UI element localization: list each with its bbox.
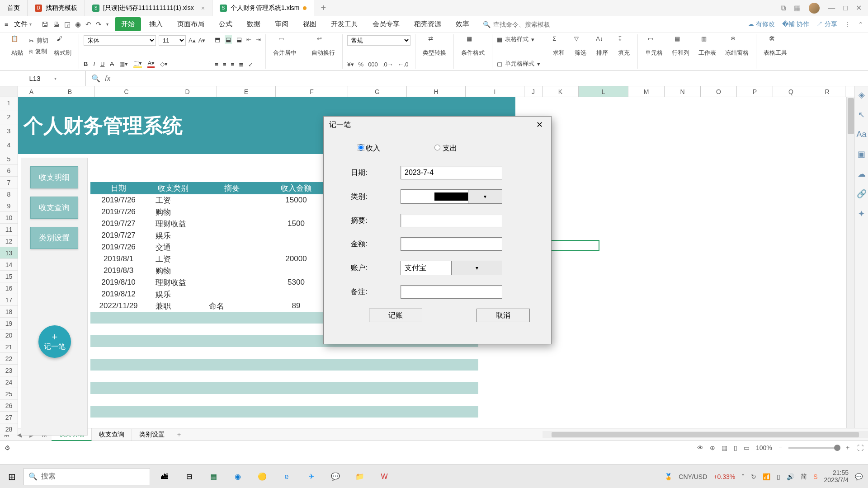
col-header-F[interactable]: F bbox=[276, 86, 348, 97]
maximize-icon[interactable]: □ bbox=[843, 4, 848, 12]
view-break-icon[interactable]: ▭ bbox=[744, 444, 750, 451]
row-header-14[interactable]: 14 bbox=[0, 259, 18, 271]
row-header-1[interactable]: 1 bbox=[0, 97, 18, 111]
menu-tab-插入[interactable]: 插入 bbox=[143, 17, 169, 31]
col-header-Q[interactable]: Q bbox=[773, 86, 809, 97]
align-middle-icon[interactable]: ⬓ bbox=[225, 35, 232, 44]
sheet-button[interactable]: ▥工作表 bbox=[696, 35, 719, 68]
cell-button[interactable]: ▭单元格 bbox=[642, 35, 665, 68]
tab-file-2[interactable]: S 个人财务管理系统1.xlsm bbox=[212, 0, 314, 16]
wrap-button[interactable]: ↩自动换行 bbox=[309, 35, 338, 57]
formula-input[interactable] bbox=[115, 75, 863, 82]
view-normal-icon[interactable]: ▦ bbox=[722, 444, 727, 451]
side-btn-query[interactable]: 收支查询 bbox=[30, 197, 78, 219]
select-all-corner[interactable] bbox=[0, 86, 18, 97]
minimize-icon[interactable]: — bbox=[828, 4, 835, 12]
sheet-tab-1[interactable]: 收支查询 bbox=[92, 429, 132, 441]
row-header-27[interactable]: 27 bbox=[0, 412, 18, 423]
category-select[interactable]: ▾ bbox=[401, 189, 502, 204]
strikethrough-button[interactable]: A̶ bbox=[110, 61, 114, 67]
freeze-button[interactable]: ❄冻结窗格 bbox=[722, 35, 751, 68]
increase-font-icon[interactable]: A▴ bbox=[189, 37, 196, 44]
row-header-15[interactable]: 15 bbox=[0, 271, 18, 282]
row-header-16[interactable]: 16 bbox=[0, 282, 18, 294]
row-header-22[interactable]: 22 bbox=[0, 353, 18, 365]
vertical-scrollbar[interactable] bbox=[846, 97, 854, 428]
col-header-G[interactable]: G bbox=[348, 86, 407, 97]
tray-icon[interactable]: S bbox=[813, 473, 817, 480]
cell-name-box[interactable]: L13 ▾ bbox=[0, 71, 86, 86]
print-icon[interactable]: 🖶 bbox=[53, 20, 60, 28]
row-header-8[interactable]: 8 bbox=[0, 188, 18, 200]
menu-tab-开始[interactable]: 开始 bbox=[115, 17, 141, 31]
bold-button[interactable]: B bbox=[84, 61, 88, 67]
border-button[interactable]: ▦▾ bbox=[119, 61, 128, 67]
merge-button[interactable]: ▭合并居中 bbox=[270, 35, 299, 57]
close-icon[interactable]: ✕ bbox=[856, 4, 862, 12]
radio-expense[interactable]: 支出 bbox=[434, 144, 457, 153]
row-header-19[interactable]: 19 bbox=[0, 318, 18, 329]
zoom-out-icon[interactable]: − bbox=[778, 444, 782, 451]
cut-button[interactable]: ✂剪切 bbox=[29, 37, 48, 45]
horizontal-scrollbar[interactable] bbox=[542, 431, 868, 438]
window-split-icon[interactable]: ⧉ bbox=[781, 4, 786, 12]
amount-field[interactable] bbox=[401, 237, 502, 251]
summary-field[interactable] bbox=[401, 214, 502, 227]
app-excel[interactable]: ▦ bbox=[203, 467, 223, 487]
italic-button[interactable]: I bbox=[93, 61, 95, 67]
collapse-ribbon-icon[interactable]: ⌃ bbox=[858, 21, 863, 28]
font-family-select[interactable]: 宋体 bbox=[84, 35, 156, 46]
style-icon[interactable]: Aa bbox=[856, 130, 866, 139]
active-cell[interactable] bbox=[551, 240, 599, 251]
search-input[interactable] bbox=[493, 21, 575, 28]
row-header-10[interactable]: 10 bbox=[0, 212, 18, 224]
app-taskview[interactable]: ⊟ bbox=[179, 467, 199, 487]
justify-icon[interactable]: ≣ bbox=[239, 61, 244, 68]
menu-tab-数据[interactable]: 数据 bbox=[241, 17, 267, 31]
col-header-A[interactable]: A bbox=[18, 86, 45, 97]
close-icon[interactable]: × bbox=[201, 5, 205, 12]
row-header-28[interactable]: 28 bbox=[0, 423, 18, 435]
currency-icon[interactable]: ¥▾ bbox=[347, 61, 354, 68]
row-header-20[interactable]: 20 bbox=[0, 329, 18, 341]
sparkle-icon[interactable]: ✦ bbox=[858, 209, 865, 219]
row-header-21[interactable]: 21 bbox=[0, 341, 18, 353]
inc-decimal-icon[interactable]: .0→ bbox=[382, 61, 393, 68]
share-button[interactable]: ↗ 分享 bbox=[816, 20, 837, 28]
apps-icon[interactable]: ▦ bbox=[794, 4, 801, 12]
caret-icon[interactable]: ⋮ bbox=[844, 21, 851, 28]
col-header-L[interactable]: L bbox=[579, 86, 628, 97]
chevron-up-icon[interactable]: ˄ bbox=[741, 473, 745, 480]
copy-button[interactable]: ⎘复制 bbox=[29, 47, 48, 56]
font-color-button[interactable]: A▾ bbox=[147, 60, 155, 68]
collab-button[interactable]: �補 协作 bbox=[782, 20, 809, 28]
align-left-icon[interactable]: ≡ bbox=[215, 61, 218, 68]
row-header-17[interactable]: 17 bbox=[0, 294, 18, 306]
align-center-icon[interactable]: ≡ bbox=[223, 61, 226, 68]
redo-icon[interactable]: ↷ bbox=[96, 20, 102, 28]
app-ie[interactable]: e bbox=[277, 467, 297, 487]
table-tools-button[interactable]: 🛠表格工具 bbox=[761, 35, 790, 57]
col-header-K[interactable]: K bbox=[542, 86, 579, 97]
row-header-24[interactable]: 24 bbox=[0, 376, 18, 388]
indent-increase-icon[interactable]: ⇥ bbox=[256, 36, 261, 43]
align-bottom-icon[interactable]: ⬓ bbox=[236, 36, 242, 43]
align-right-icon[interactable]: ≡ bbox=[231, 61, 235, 68]
fill-button[interactable]: ↧填充 bbox=[615, 35, 633, 68]
underline-button[interactable]: U bbox=[100, 61, 104, 67]
close-icon[interactable]: ✕ bbox=[533, 118, 546, 131]
wifi-icon[interactable]: 📶 bbox=[763, 473, 770, 480]
app-explorer[interactable]: 📁 bbox=[350, 467, 370, 487]
menu-tab-公式[interactable]: 公式 bbox=[212, 17, 239, 31]
command-search[interactable]: 🔍 bbox=[483, 21, 575, 28]
col-header-N[interactable]: N bbox=[665, 86, 701, 97]
row-header-11[interactable]: 11 bbox=[0, 224, 18, 235]
app-chrome[interactable]: 🟡 bbox=[252, 467, 272, 487]
eye-icon[interactable]: 👁 bbox=[697, 444, 703, 451]
cursor-icon[interactable]: ↖ bbox=[858, 110, 865, 120]
focus-icon[interactable]: ⊕ bbox=[710, 444, 715, 451]
diamond-icon[interactable]: ◈ bbox=[859, 90, 865, 100]
col-header-M[interactable]: M bbox=[628, 86, 665, 97]
comma-icon[interactable]: 000 bbox=[368, 61, 378, 68]
menu-tab-稻壳资源[interactable]: 稻壳资源 bbox=[408, 17, 448, 31]
